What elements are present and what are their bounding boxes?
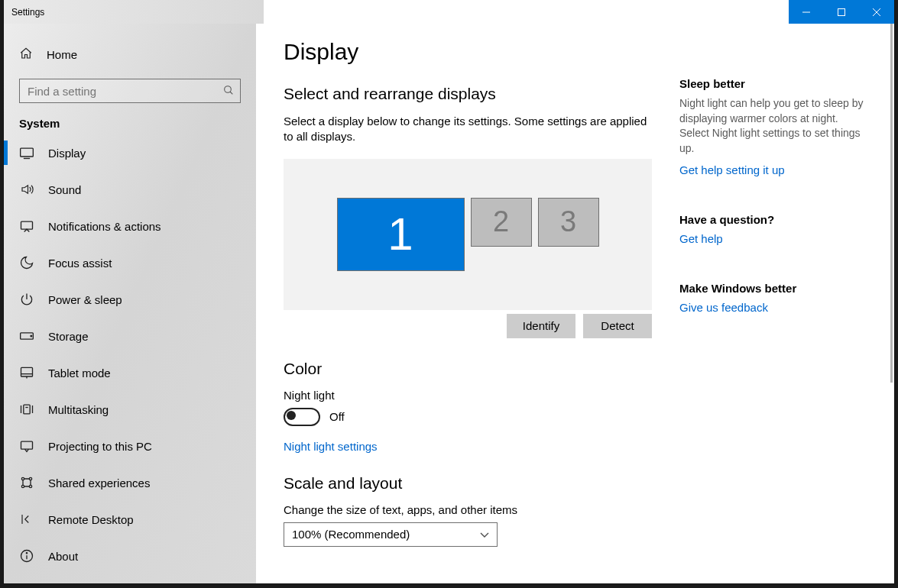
- detect-button[interactable]: Detect: [583, 314, 652, 338]
- home-label: Home: [47, 48, 77, 61]
- night-light-toggle[interactable]: [284, 408, 320, 426]
- sidebar-item-shared-experiences[interactable]: Shared experiences: [4, 464, 256, 501]
- display-tile-3[interactable]: 3: [538, 198, 599, 247]
- scale-label: Change the size of text, apps, and other…: [284, 503, 652, 516]
- question-title: Have a question?: [679, 213, 868, 226]
- page-heading: Display: [284, 39, 652, 65]
- maximize-icon: [838, 8, 845, 16]
- display-number: 2: [493, 205, 509, 238]
- display-icon: [19, 146, 34, 160]
- sidebar-item-power-sleep[interactable]: Power & sleep: [4, 281, 256, 318]
- svg-rect-18: [21, 441, 33, 449]
- sidebar-item-focus-assist[interactable]: Focus assist: [4, 244, 256, 281]
- sidebar-item-label: About: [48, 550, 78, 563]
- info-column: Sleep better Night light can help you ge…: [679, 24, 890, 583]
- tablet-icon: [19, 366, 34, 380]
- close-button[interactable]: [859, 0, 894, 24]
- titlebar-right: [264, 0, 894, 24]
- power-icon: [19, 292, 34, 307]
- sidebar-item-label: Sound: [48, 183, 81, 196]
- chevron-down-icon: [480, 528, 489, 541]
- svg-point-22: [29, 485, 31, 487]
- display-number: 3: [560, 205, 576, 238]
- sidebar-item-tablet-mode[interactable]: Tablet mode: [4, 354, 256, 391]
- sidebar-item-projecting[interactable]: Projecting to this PC: [4, 428, 256, 464]
- storage-icon: [19, 331, 34, 341]
- sidebar-item-remote-desktop[interactable]: Remote Desktop: [4, 501, 256, 538]
- sidebar-item-label: Notifications & actions: [48, 220, 161, 233]
- night-light-state: Off: [329, 410, 345, 423]
- content: Display Select and rearrange displays Se…: [256, 24, 679, 583]
- display-arrangement-canvas[interactable]: 1 2 3: [284, 159, 652, 310]
- search-input[interactable]: [19, 79, 241, 103]
- question-block: Have a question? Get help: [679, 213, 868, 245]
- scrollbar-thumb[interactable]: [890, 24, 893, 383]
- svg-rect-8: [21, 221, 33, 229]
- maximize-button[interactable]: [824, 0, 859, 24]
- svg-rect-11: [21, 367, 33, 376]
- sidebar-item-label: Multitasking: [48, 403, 109, 416]
- titlebar: Settings: [4, 0, 894, 24]
- sidebar-item-display[interactable]: Display: [4, 134, 256, 171]
- feedback-title: Make Windows better: [679, 282, 868, 295]
- svg-rect-6: [21, 148, 34, 157]
- svg-point-26: [26, 553, 27, 554]
- toggle-knob: [287, 411, 296, 420]
- sidebar-item-notifications[interactable]: Notifications & actions: [4, 208, 256, 244]
- sidebar: Home System Display Sound: [4, 24, 256, 583]
- titlebar-left: Settings: [4, 0, 264, 24]
- sidebar-item-multitasking[interactable]: Multitasking: [4, 391, 256, 428]
- sidebar-item-label: Tablet mode: [48, 367, 111, 380]
- page-title: Settings: [11, 7, 44, 18]
- sidebar-item-sound[interactable]: Sound: [4, 171, 256, 208]
- identify-button[interactable]: Identify: [507, 314, 575, 338]
- settings-window: Settings Home: [4, 0, 894, 583]
- home-button[interactable]: Home: [19, 39, 241, 69]
- night-light-settings-link[interactable]: Night light settings: [284, 440, 652, 453]
- sidebar-item-label: Remote Desktop: [48, 513, 134, 526]
- category-title: System: [19, 117, 241, 130]
- svg-point-10: [31, 335, 32, 337]
- sidebar-item-label: Shared experiences: [48, 477, 150, 489]
- multitasking-icon: [19, 402, 34, 416]
- main: Display Select and rearrange displays Se…: [256, 24, 894, 583]
- svg-rect-16: [24, 405, 30, 414]
- search-wrap: [19, 79, 241, 103]
- sidebar-item-label: Storage: [48, 330, 89, 343]
- minimize-icon: [802, 8, 810, 16]
- sidebar-item-about[interactable]: About: [4, 538, 256, 574]
- sidebar-item-label: Display: [48, 147, 86, 160]
- display-number: 1: [387, 208, 413, 260]
- sleep-better-body: Night light can help you get to sleep by…: [679, 96, 868, 156]
- minimize-button[interactable]: [789, 0, 824, 24]
- rearrange-heading: Select and rearrange displays: [284, 85, 652, 103]
- sound-icon: [19, 183, 34, 196]
- feedback-block: Make Windows better Give us feedback: [679, 282, 868, 314]
- nav: Display Sound Notifications & actions Fo…: [4, 134, 256, 574]
- scale-select[interactable]: 100% (Recommended): [284, 522, 498, 547]
- sidebar-item-storage[interactable]: Storage: [4, 318, 256, 354]
- sidebar-item-label: Focus assist: [48, 257, 112, 270]
- display-buttons-row: Identify Detect: [284, 314, 652, 338]
- focus-assist-icon: [19, 255, 34, 270]
- sidebar-item-label: Power & sleep: [48, 293, 122, 306]
- display-tile-2[interactable]: 2: [471, 198, 532, 247]
- night-light-toggle-row: Off: [284, 408, 652, 426]
- scale-value: 100% (Recommended): [292, 528, 410, 541]
- scrollbar[interactable]: [890, 24, 894, 583]
- feedback-link[interactable]: Give us feedback: [679, 301, 868, 314]
- home-icon: [19, 47, 33, 63]
- svg-line-5: [230, 92, 232, 94]
- sleep-better-link[interactable]: Get help setting it up: [679, 163, 868, 176]
- svg-point-19: [21, 477, 24, 480]
- display-tile-1[interactable]: 1: [337, 198, 465, 271]
- remote-icon: [19, 512, 34, 526]
- close-icon: [873, 8, 880, 16]
- projecting-icon: [19, 439, 34, 453]
- notifications-icon: [19, 219, 34, 233]
- scale-heading: Scale and layout: [284, 474, 652, 493]
- about-icon: [19, 548, 34, 564]
- get-help-link[interactable]: Get help: [679, 232, 868, 245]
- svg-rect-1: [838, 8, 845, 15]
- sleep-better-title: Sleep better: [679, 77, 868, 90]
